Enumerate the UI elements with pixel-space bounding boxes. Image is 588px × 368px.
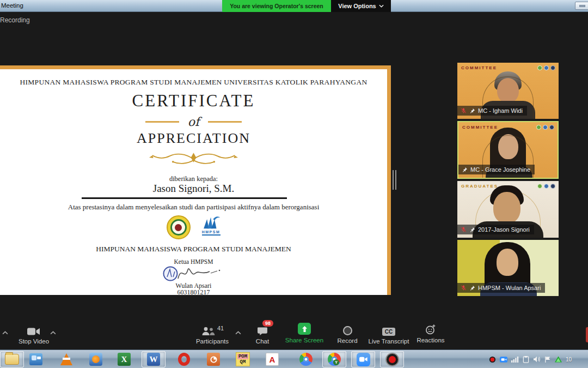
zoom-meeting-window: Meeting You are viewing Operator's scree… <box>0 0 588 368</box>
logo-navy-icon <box>550 184 555 189</box>
pin-icon <box>469 108 475 114</box>
participant-name: HMPSM - Wulan Apsari <box>478 285 541 291</box>
record-icon <box>343 326 352 335</box>
audio-options-caret[interactable] <box>2 327 10 334</box>
hmpsm-logo-icon: HMPSM <box>201 215 221 236</box>
tray-zoom-icon[interactable] <box>500 357 507 363</box>
taskbar-icon-control-panel[interactable] <box>24 351 48 367</box>
panel-resize-handle[interactable] <box>393 170 397 190</box>
participants-button[interactable]: 41 Participants <box>192 325 233 345</box>
taskbar-icon-windows-explorer[interactable] <box>0 351 24 367</box>
leave-button-edge[interactable] <box>586 327 588 342</box>
minimize-button[interactable] <box>575 2 588 10</box>
taskbar-icon-pom-qm[interactable]: POMQM <box>231 351 255 367</box>
chat-bubble-icon <box>257 327 268 336</box>
opera-icon <box>178 353 190 366</box>
logo-blue-icon <box>544 184 549 189</box>
chrome-icon <box>299 353 313 366</box>
presented-to-label: diberikan kepada: <box>0 175 387 183</box>
vlc-cone-icon <box>60 353 72 365</box>
taskbar-icon-word[interactable]: W <box>142 351 166 367</box>
taskbar-icon-chrome-profile[interactable]: Y <box>322 351 346 367</box>
taskbar-icon-excel[interactable]: X <box>112 351 136 367</box>
powerpoint-icon <box>207 353 220 366</box>
window-titlebar: Meeting You are viewing Operator's scree… <box>0 0 588 12</box>
screen-recorder-icon <box>385 353 399 366</box>
certificate-org-header: HIMPUNAN MAHASISWA PROGRAM STUDI MANAJEM… <box>0 78 387 87</box>
logo-blue-icon <box>543 125 548 130</box>
video-camera-icon <box>27 327 41 336</box>
video-tile-wulan-apsari[interactable]: HMPSM - Wulan Apsari <box>457 240 559 296</box>
taskbar-icon-windows-media-player[interactable] <box>84 351 108 367</box>
taskbar-icon-vlc-player[interactable] <box>54 351 78 367</box>
stop-video-button[interactable]: Stop Video <box>15 325 52 345</box>
view-options-label: View Options <box>338 3 376 9</box>
taskbar-icon-opera[interactable] <box>172 351 196 367</box>
live-transcript-button[interactable]: CC Live Transcript <box>366 325 412 345</box>
signature-icon <box>161 264 227 283</box>
ornament-flourish-icon <box>0 151 387 167</box>
control-panel-icon <box>29 353 42 365</box>
logo-green-icon <box>537 65 542 70</box>
recipient-underline <box>82 197 287 199</box>
mic-muted-icon <box>461 107 467 114</box>
participants-label: Participants <box>196 338 229 345</box>
excel-icon: X <box>118 353 131 366</box>
video-tile-jason-signori[interactable]: GRADUATES 2017-Jason Signori <box>457 181 559 238</box>
tray-action-center-icon[interactable] <box>523 356 529 363</box>
participant-name-tag: MC - Igham Widi <box>457 106 527 116</box>
media-player-icon <box>89 353 102 366</box>
pom-qm-icon: POMQM <box>236 352 250 366</box>
logo-blue-icon <box>544 65 549 70</box>
certificate-org-name: HIMPUNAN MAHASISWA PROGRAM STUDI MANAJEM… <box>0 245 387 254</box>
certificate-title-line2: of <box>188 115 199 129</box>
chat-label: Chat <box>256 338 269 345</box>
tray-volume-icon[interactable] <box>533 356 541 363</box>
view-options-button[interactable]: View Options <box>331 0 391 12</box>
record-button[interactable]: Record <box>332 324 363 344</box>
zoom-app-icon <box>357 353 370 366</box>
tray-flag-icon[interactable] <box>544 356 551 363</box>
hmpsm-logo-rule <box>202 234 220 236</box>
participants-options-caret[interactable] <box>235 327 243 334</box>
gold-rule-left <box>145 121 179 123</box>
participant-name-tag: 2017-Jason Signori <box>457 225 534 234</box>
participant-name-tag: HMPSM - Wulan Apsari <box>457 283 545 293</box>
taskbar-icon-zoom[interactable] <box>351 351 375 367</box>
recording-status: Recording <box>0 16 30 24</box>
certificate-logos: HMPSM <box>0 215 387 239</box>
tray-graphics-icon[interactable] <box>555 356 562 363</box>
signer-id: 6031801217 <box>0 288 387 295</box>
stop-video-label: Stop Video <box>19 338 49 345</box>
chat-button[interactable]: 98 Chat <box>248 325 277 345</box>
hmpsm-logo-label: HMPSM <box>202 230 220 234</box>
reactions-smiley-icon <box>425 324 436 335</box>
certificate-title-line2-row: of <box>0 115 387 129</box>
taskbar-icon-adobe-reader[interactable]: A <box>260 351 284 367</box>
taskbar-icon-powerpoint[interactable] <box>201 351 225 367</box>
signature-block <box>0 264 387 283</box>
participants-count: 41 <box>217 325 224 331</box>
word-icon: W <box>147 353 160 366</box>
tile-logos <box>536 125 554 130</box>
reactions-button[interactable]: Reactions <box>413 324 449 343</box>
chevron-down-icon <box>379 4 384 8</box>
taskbar-icon-chrome[interactable] <box>294 351 318 367</box>
video-tile-igham-widi[interactable]: COMMITTEE MC - Igham Widi <box>457 63 559 119</box>
video-tile-grace-josephine[interactable]: COMMITTEE MC - Grace Josephine <box>457 121 559 179</box>
record-label: Record <box>337 337 357 344</box>
tile-logos <box>537 184 555 189</box>
recipient-name: Jason Signori, S.M. <box>0 183 387 195</box>
participant-name: 2017-Jason Signori <box>478 226 530 233</box>
pin-icon <box>469 227 475 233</box>
share-screen-icon <box>298 323 311 335</box>
tile-overlay-text: COMMITTEE <box>461 65 497 70</box>
share-screen-button[interactable]: Share Screen <box>283 324 326 343</box>
viewing-operator-banner: You are viewing Operator's screen <box>222 0 331 12</box>
tray-clock[interactable]: 10 <box>566 357 572 363</box>
tray-network-icon[interactable] <box>511 356 519 363</box>
tray-recording-icon[interactable] <box>489 356 496 363</box>
tile-overlay-text: GRADUATES <box>461 184 498 189</box>
taskbar-icon-screen-recorder[interactable] <box>380 351 404 367</box>
video-options-caret[interactable] <box>50 327 58 334</box>
